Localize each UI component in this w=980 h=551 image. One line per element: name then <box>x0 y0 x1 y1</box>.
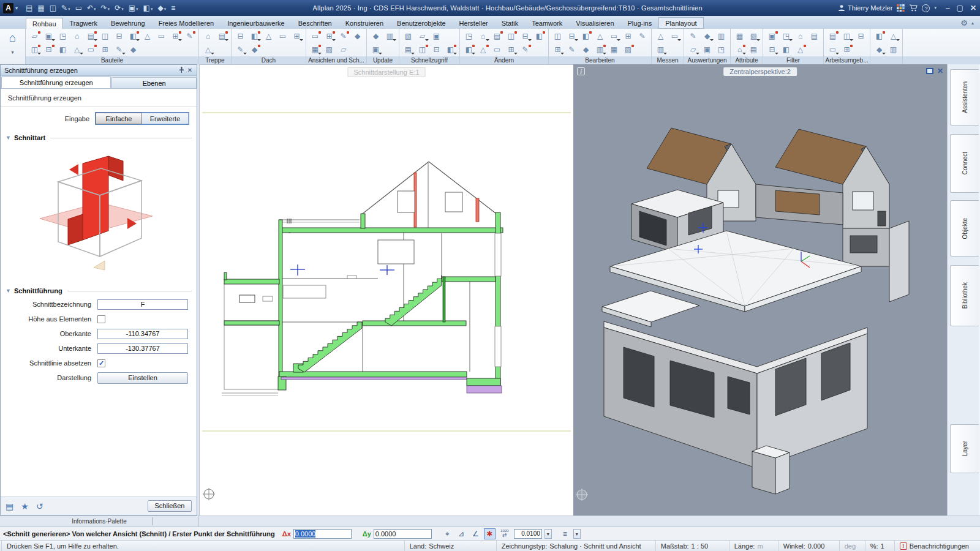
ausblenden-icon[interactable]: ◧ <box>779 43 793 56</box>
status-winkel[interactable]: Winkel:0.000 <box>778 541 840 551</box>
tab-planlayout[interactable]: Planlayout <box>658 17 703 29</box>
polygon-input-icon[interactable]: ⊿ <box>456 528 467 539</box>
section-schnittart[interactable]: ▼ Schnittart <box>6 134 192 141</box>
schnitt-erzeugen-icon[interactable]: ⊞ <box>322 30 336 42</box>
resize-grip[interactable] <box>974 541 980 551</box>
kopieren-icon[interactable]: △ <box>476 43 490 56</box>
tab-tragwerk[interactable]: Tragwerk <box>63 17 104 29</box>
attribute-uebernehmen-icon[interactable]: ▦ <box>607 43 621 56</box>
hoehendefinition-icon[interactable]: ⊟ <box>42 43 56 56</box>
einstellungen-icon[interactable]: ◆ <box>872 43 886 56</box>
load-favorite-icon[interactable]: ▤ <box>6 501 13 511</box>
tab-rohbau[interactable]: Rohbau <box>26 18 63 29</box>
beschriftung-icon[interactable]: ◆ <box>247 43 262 56</box>
ansicht-liste-icon[interactable]: ▧ <box>322 43 336 56</box>
trimmen-icon[interactable]: ▭ <box>490 43 504 56</box>
tab-statik[interactable]: Statik <box>495 17 526 29</box>
ribbon-collapse-icon[interactable]: ▴ <box>971 20 974 26</box>
redline-icon[interactable]: ▭ <box>74 4 84 12</box>
fase-icon[interactable]: ✎ <box>518 43 532 56</box>
hoehe-aus-elementen-checkbox[interactable] <box>97 315 105 323</box>
update-3d-icon[interactable]: ◆ <box>369 30 383 42</box>
pin-icon[interactable] <box>177 67 186 74</box>
help-dropdown-icon[interactable]: ▾ <box>934 6 937 10</box>
korrektur-icon[interactable]: ⊟ <box>429 43 443 56</box>
gaube-icon[interactable]: △ <box>262 30 276 42</box>
tab-teamwork[interactable]: Teamwork <box>525 17 569 29</box>
snap-dropdown-icon[interactable]: ▼ <box>545 529 552 539</box>
dock-tab-objekte[interactable]: Objekte <box>950 200 979 257</box>
filter-geschoss-icon[interactable]: ⌂ <box>793 30 807 42</box>
user-account[interactable]: Thierry Metzler <box>838 4 892 12</box>
liste-123-icon[interactable]: ▥ <box>714 30 728 42</box>
reset-icon[interactable]: ↺ <box>36 501 43 511</box>
schnitt-aendern-icon[interactable]: ▱ <box>336 43 350 56</box>
tab-hersteller[interactable]: Hersteller <box>453 17 495 29</box>
laenge-messen-icon[interactable]: △ <box>654 30 668 42</box>
attribut-zuweisen-icon[interactable]: ▦ <box>733 30 747 42</box>
attribut-uebertragen-icon[interactable]: ⌂ <box>733 43 747 56</box>
decke-icon[interactable]: ◳ <box>56 30 70 42</box>
grid-step-icon[interactable]: 1020 ⇄ <box>498 528 511 539</box>
format-icon[interactable]: ⊟ <box>565 30 579 42</box>
palette-close-icon[interactable]: ✕ <box>186 67 194 73</box>
info-icon[interactable]: i <box>577 67 585 75</box>
document-edit-icon[interactable]: ✎▾ <box>59 4 72 12</box>
help-icon[interactable]: ? <box>922 4 930 12</box>
mengenliste-icon[interactable]: ◆ <box>700 30 714 42</box>
fenster-verbinden-icon[interactable]: ▭ <box>826 43 840 56</box>
stuetze-icon[interactable]: △ <box>140 30 154 42</box>
abzugskoerper-icon[interactable]: ✎ <box>112 43 126 56</box>
shop-cart-icon[interactable] <box>909 4 918 12</box>
dock-tab-connect[interactable]: Connect <box>950 134 979 193</box>
attribut-anzeigen-icon[interactable]: ▤ <box>747 43 761 56</box>
anpassen-icon[interactable]: ◧ <box>532 30 546 42</box>
snap-distance-input[interactable]: 0.0100 <box>514 529 542 539</box>
geschoss-icon[interactable]: ◫ <box>28 43 42 56</box>
undo-icon[interactable]: ↶▾ <box>85 4 98 12</box>
window-split-icon[interactable]: ◧▾ <box>141 4 155 12</box>
summenbildung-icon[interactable]: ◳ <box>714 43 728 56</box>
status-zeichnungstyp[interactable]: Zeichnungstyp:Schalung · Schnitt und Ans… <box>497 541 656 551</box>
hilfe-icon[interactable]: ▥ <box>886 43 900 56</box>
kehlbalken-icon[interactable]: ⊞ <box>290 30 304 42</box>
dock-tab-layer[interactable]: Layer <box>950 424 979 473</box>
strecken-icon[interactable]: ◫ <box>504 30 518 42</box>
dachflaeche-icon[interactable]: ⌂ <box>70 30 84 42</box>
settings-gear-icon[interactable]: ⚙ <box>960 18 968 28</box>
redo-icon[interactable]: ↷▾ <box>99 4 112 12</box>
customize-icon[interactable]: ≡ <box>169 4 177 12</box>
schliessen-button[interactable]: Schließen <box>148 500 192 512</box>
flaeche-icon[interactable]: ▣ <box>429 30 443 42</box>
ansicht-drehen-icon[interactable]: ◆ <box>350 30 364 42</box>
fensteranordnung-icon[interactable]: ▤ <box>826 30 840 42</box>
aktualisieren-icon[interactable]: ▣ <box>369 43 383 56</box>
text-icon[interactable]: ◫ <box>415 43 429 56</box>
palette-anzeigen-icon[interactable]: ◧ <box>872 30 886 42</box>
image-view-icon[interactable]: ▣▾ <box>127 4 140 12</box>
aufloesen-icon[interactable]: ✎ <box>565 43 579 56</box>
apps-grid-icon[interactable] <box>897 4 905 12</box>
tab-beschriften[interactable]: Beschriften <box>292 17 339 29</box>
erweiterte-button[interactable]: Erweiterte <box>142 113 189 124</box>
flaeche-messen-icon[interactable]: ▭ <box>668 30 682 42</box>
filter-sichtbarkeit-icon[interactable]: ▤ <box>807 30 821 42</box>
dock-tab-bibliothek[interactable]: Bibliothek <box>950 265 979 326</box>
aussparung-icon[interactable]: ⊟ <box>112 30 126 42</box>
ribbon-app-button[interactable]: ⌂ ▾ <box>0 29 26 64</box>
tab-ingenieurbauwerke[interactable]: Ingenieurbauwerke <box>221 17 292 29</box>
dock-tab-assistenten[interactable]: Assistenten <box>950 69 979 126</box>
track-dropdown-icon[interactable]: ▼ <box>573 529 581 539</box>
filter-reset-icon[interactable]: △ <box>793 43 807 56</box>
pruefung-icon[interactable]: ▥ <box>593 43 607 56</box>
tab-konstruieren[interactable]: Konstruieren <box>339 17 390 29</box>
save-icon[interactable]: ◫ <box>48 4 58 12</box>
tabelle-icon[interactable]: ▣ <box>700 43 714 56</box>
minimize-button[interactable]: – <box>946 4 950 12</box>
delta-x-input[interactable]: 0.0000 <box>293 529 352 539</box>
treppe-icon[interactable]: ⌂ <box>201 30 215 42</box>
winkel-messen-icon[interactable]: ▥ <box>654 43 668 56</box>
teilen-icon[interactable]: ⊟ <box>518 30 532 42</box>
wand-icon[interactable]: ▱ <box>28 30 42 42</box>
drehen-icon[interactable]: ⌂ <box>476 30 490 42</box>
